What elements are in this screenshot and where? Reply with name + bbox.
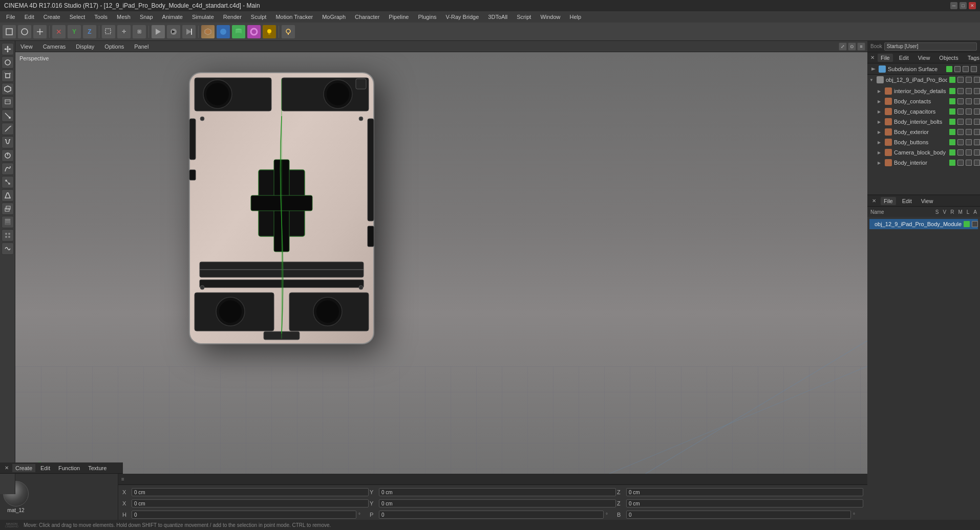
toolbar-model-mode[interactable]: [2, 25, 16, 39]
dot[interactable]: [966, 119, 972, 125]
menu-script[interactable]: Script: [513, 13, 535, 21]
tab-tags[interactable]: Tags: [965, 54, 980, 62]
render-dot[interactable]: [957, 77, 964, 83]
toolbar-render-settings[interactable]: [182, 25, 196, 39]
toolbar-bulb[interactable]: [281, 25, 295, 39]
dot[interactable]: [957, 108, 964, 115]
dot[interactable]: [966, 129, 972, 135]
coord-scale-x-field[interactable]: 0 cm: [132, 499, 369, 507]
mat-tab-texture[interactable]: Texture: [85, 464, 110, 472]
tree-item[interactable]: ▶ interior_body_details: [867, 86, 980, 96]
dot[interactable]: [957, 88, 964, 94]
tree-item[interactable]: ▶ Camera_block_body: [867, 147, 980, 158]
coord-h-field[interactable]: 0: [132, 511, 356, 519]
viewport-menu-view[interactable]: View: [18, 42, 35, 51]
menu-character[interactable]: Character: [351, 13, 384, 21]
coord-scale-y-field[interactable]: 0 cm: [379, 499, 616, 507]
layout-dropdown[interactable]: Startup [User]: [884, 42, 977, 51]
menu-edit[interactable]: Edit: [20, 13, 38, 21]
close-button[interactable]: ✕: [969, 2, 976, 9]
viewport-menu-options[interactable]: Options: [102, 42, 126, 51]
subdivision-surface-row[interactable]: Subdivision Surface: [867, 63, 980, 75]
viewport-3d[interactable]: View Cameras Display Options Panel ⤢ ⊙ ≡…: [15, 41, 867, 494]
toolbar-undo[interactable]: ✕: [52, 25, 66, 39]
tree-root-object[interactable]: ▼ obj_12_9_iPad_Pro_Body_Module: [867, 75, 980, 85]
dot[interactable]: [966, 108, 972, 115]
coord-z-pos-field[interactable]: 0 cm: [626, 488, 863, 496]
option-dot-1[interactable]: [963, 66, 969, 72]
attr-dot[interactable]: [972, 221, 978, 227]
tool-rotate[interactable]: [2, 56, 14, 69]
mat-tab-edit[interactable]: Edit: [37, 464, 53, 472]
dot[interactable]: [957, 139, 964, 145]
toolbar-move[interactable]: ✛: [117, 25, 131, 39]
menu-render[interactable]: Render: [219, 13, 246, 21]
dot[interactable]: [966, 149, 972, 156]
attr-visibility[interactable]: [964, 221, 970, 227]
dot[interactable]: [966, 139, 972, 145]
opt-dot-2[interactable]: [974, 77, 980, 83]
maximize-button[interactable]: □: [960, 2, 967, 9]
menu-plugins[interactable]: Plugins: [414, 13, 440, 21]
visibility-dot[interactable]: [946, 66, 952, 72]
dot[interactable]: [974, 88, 980, 94]
tab-edit[interactable]: Edit: [896, 54, 912, 62]
visibility-dot[interactable]: [949, 139, 955, 145]
tab-objects[interactable]: Objects: [936, 54, 961, 62]
visibility-dot[interactable]: [949, 119, 955, 125]
tool-magnet[interactable]: [2, 136, 14, 148]
menu-create[interactable]: Create: [39, 13, 65, 21]
toolbar-selection[interactable]: [101, 25, 116, 39]
menu-file[interactable]: File: [2, 13, 19, 21]
visibility-dot[interactable]: [949, 98, 955, 104]
attr-tab-view[interactable]: View: [918, 197, 936, 205]
dot[interactable]: [974, 98, 980, 104]
menu-sculpt[interactable]: Sculpt: [247, 13, 271, 21]
tool-spline[interactable]: [2, 163, 14, 175]
dot[interactable]: [957, 129, 964, 135]
menu-vray-bridge[interactable]: V-Ray Bridge: [442, 13, 483, 21]
option-dot-2[interactable]: [971, 66, 977, 72]
dot[interactable]: [974, 129, 980, 135]
menu-mesh[interactable]: Mesh: [113, 13, 135, 21]
dot[interactable]: [957, 160, 964, 166]
viewport-maximize[interactable]: ⤢: [839, 42, 847, 51]
toolbar-cube[interactable]: [201, 25, 215, 39]
menu-simulate[interactable]: Simulate: [188, 13, 218, 21]
toolbar-ring[interactable]: [247, 25, 261, 39]
visibility-dot[interactable]: [949, 108, 955, 115]
opt-dot-1[interactable]: [966, 77, 972, 83]
tool-paint[interactable]: [2, 96, 14, 108]
dot[interactable]: [957, 98, 964, 104]
coord-b-field[interactable]: 0: [626, 511, 851, 519]
menu-tools[interactable]: Tools: [90, 13, 112, 21]
dot[interactable]: [974, 108, 980, 115]
mat-close-btn[interactable]: ✕: [3, 465, 10, 472]
dot[interactable]: [974, 160, 980, 166]
viewport-menu-cameras[interactable]: Cameras: [41, 42, 68, 51]
visibility-dot[interactable]: [949, 149, 955, 156]
tree-item[interactable]: ▶ Body_exterior: [867, 127, 980, 137]
menu-motion-tracker[interactable]: Motion Tracker: [271, 13, 317, 21]
tool-scale[interactable]: [2, 70, 14, 82]
toolbar-z-axis[interactable]: Z: [82, 25, 97, 39]
tool-polygon[interactable]: [2, 83, 14, 95]
attr-tab-edit[interactable]: Edit: [899, 197, 915, 205]
tab-file[interactable]: File: [878, 54, 893, 62]
panel-close-btn[interactable]: ✕: [870, 197, 878, 205]
menu-select[interactable]: Select: [66, 13, 90, 21]
tool-move[interactable]: [2, 43, 14, 55]
dot[interactable]: [966, 88, 972, 94]
minimize-button[interactable]: ─: [950, 2, 957, 9]
tool-bevel[interactable]: [2, 189, 14, 202]
tool-measure[interactable]: [2, 149, 14, 162]
tree-item[interactable]: ▶ Body_buttons: [867, 137, 980, 147]
tree-item[interactable]: ▶ Body_contacts: [867, 96, 980, 106]
tool-weld[interactable]: [2, 176, 14, 188]
tree-item[interactable]: ▶ Body_interior: [867, 158, 980, 168]
attr-selected-object-item[interactable]: obj_12_9_iPad_Pro_Body_Module: [869, 219, 978, 229]
dot[interactable]: [966, 160, 972, 166]
mat-tab-function[interactable]: Function: [55, 464, 83, 472]
visibility-dot[interactable]: [949, 129, 955, 135]
viewport-camera-icon[interactable]: ⊙: [848, 42, 856, 51]
